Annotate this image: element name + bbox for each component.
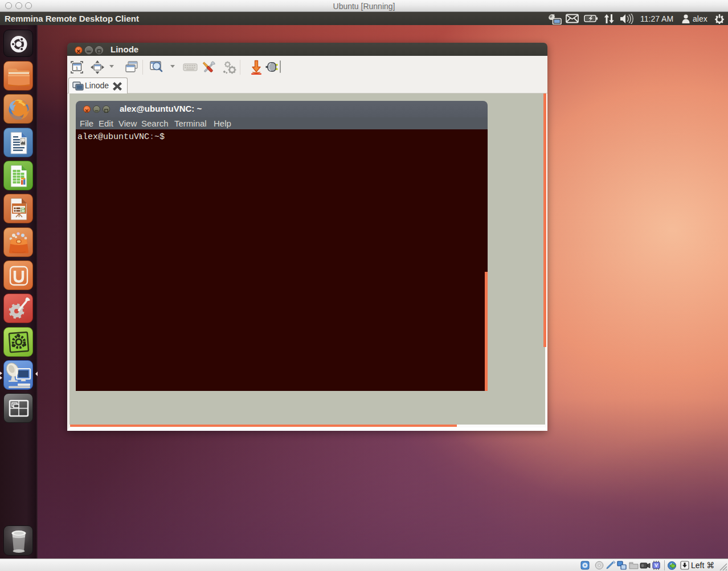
svg-text:1: 1: [76, 66, 79, 71]
svg-text:V: V: [655, 562, 658, 568]
